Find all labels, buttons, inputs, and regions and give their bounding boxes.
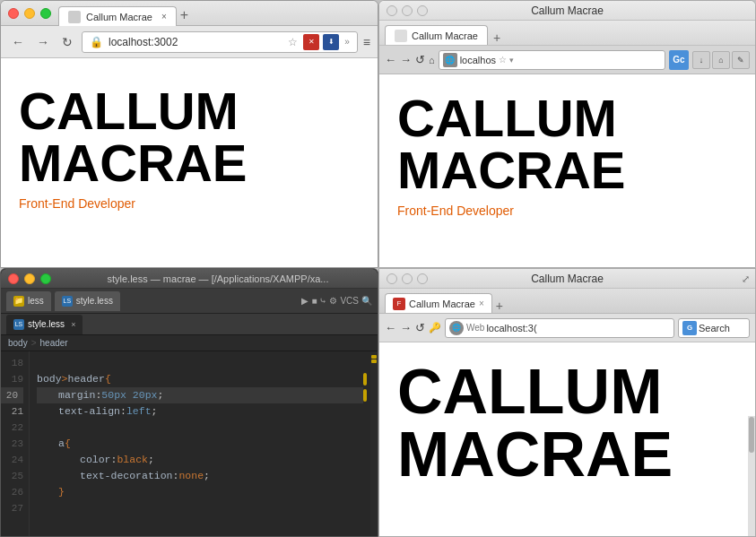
ff2-min[interactable] bbox=[402, 273, 413, 284]
line-numbers: 18 19 20 21 22 23 24 25 26 27 bbox=[1, 351, 30, 537]
ff-tool-2[interactable]: ⌂ bbox=[712, 51, 730, 69]
ff2-key-icon[interactable]: 🔑 bbox=[429, 322, 441, 333]
url-arrow: » bbox=[344, 37, 350, 47]
file-less-icon: LS bbox=[62, 296, 73, 307]
ff-min[interactable] bbox=[402, 5, 413, 16]
forward-button[interactable]: → bbox=[33, 33, 53, 51]
ff2-max-btn[interactable] bbox=[417, 273, 428, 284]
ff2-forward[interactable]: → bbox=[400, 321, 412, 334]
editor-tab-less-folder[interactable]: 📁 less bbox=[6, 291, 51, 311]
ff-home[interactable]: ⌂ bbox=[429, 55, 435, 65]
stop-button[interactable]: ■ bbox=[311, 296, 317, 306]
traffic-lights bbox=[8, 8, 51, 19]
site-name-line1: CALLUM bbox=[19, 82, 239, 140]
code-line-22 bbox=[37, 420, 363, 436]
chrome-omnibar: ← → ↻ 🔒 localhost:3002 ☆ ✕ ⬇ » ≡ bbox=[1, 26, 378, 58]
editor-toolbar-buttons: ▶ ■ ⤷ ⚙ VCS 🔍 bbox=[301, 296, 372, 306]
site-name-line2: MACRAE bbox=[19, 134, 248, 192]
breadcrumb-sep: > bbox=[31, 338, 37, 348]
firefox-tab-label: Callum Macrae bbox=[412, 30, 478, 41]
firefox-traffic-lights bbox=[387, 5, 428, 16]
code-line-23: a { bbox=[37, 436, 363, 452]
ff2-reload[interactable]: ↺ bbox=[415, 321, 425, 334]
editor-max[interactable] bbox=[40, 273, 51, 284]
code-line-20: margin : 50px 20px ; bbox=[37, 387, 363, 403]
ff2-search-icon: G bbox=[682, 321, 697, 335]
ff-forward[interactable]: → bbox=[400, 53, 412, 66]
site-name-ff-line2: MACRAE bbox=[397, 141, 626, 199]
step-over-button[interactable]: ⤷ bbox=[319, 296, 326, 306]
close-button[interactable] bbox=[8, 8, 19, 19]
active-tab-close[interactable]: × bbox=[71, 320, 75, 329]
editor-active-tab[interactable]: LS style.less × bbox=[6, 315, 83, 334]
ff2-scroll-thumb[interactable] bbox=[749, 417, 754, 453]
url-display: localhost:3002 bbox=[109, 36, 282, 48]
firefox-tab[interactable]: Callum Macrae bbox=[385, 25, 488, 45]
ff2-url: localhost:3( bbox=[486, 323, 536, 333]
active-file-icon: LS bbox=[13, 319, 24, 330]
ff2-nav-row: ← → ↺ 🔑 🌐 Web localhost:3( G Search bbox=[379, 314, 755, 342]
ff2-new-tab[interactable]: + bbox=[492, 299, 507, 313]
code-editor-content[interactable]: body > header { margin : 50px 20px ; tex… bbox=[30, 351, 370, 537]
editor-min[interactable] bbox=[24, 273, 35, 284]
tab-close-button[interactable]: × bbox=[161, 12, 167, 22]
search-files-button[interactable]: 🔍 bbox=[361, 296, 372, 306]
gutter-mark-1 bbox=[371, 355, 377, 359]
ff2-traffic-lights bbox=[387, 273, 428, 284]
location-icon: 🔒 bbox=[90, 36, 103, 48]
maximize-button[interactable] bbox=[40, 8, 51, 19]
ff-new-tab-button[interactable]: + bbox=[488, 30, 506, 45]
ff-location-bar[interactable]: 🌐 localhos ☆ ▾ bbox=[439, 50, 665, 70]
chrome-tab[interactable]: Callum Macrae × bbox=[58, 6, 177, 26]
google-icon-box: Gc bbox=[669, 50, 689, 70]
code-line-25: text-decoration : none ; bbox=[37, 468, 363, 484]
tab-favicon bbox=[68, 11, 81, 23]
bookmark-icon: ☆ bbox=[288, 36, 298, 48]
settings-button[interactable]: ⚙ bbox=[329, 296, 337, 306]
editor-tab-style-label: style.less bbox=[76, 296, 113, 306]
ff2-search-bar[interactable]: G Search bbox=[678, 318, 750, 338]
ff2-tab-close[interactable]: × bbox=[479, 299, 484, 308]
ff2-favicon: F bbox=[393, 298, 405, 310]
play-button[interactable]: ▶ bbox=[301, 296, 308, 306]
chrome-menu-button[interactable]: ≡ bbox=[363, 35, 370, 49]
editor-tab-less-label: less bbox=[28, 296, 44, 306]
editor-tab-style-less[interactable]: LS style.less bbox=[55, 291, 120, 311]
ff-tool-1[interactable]: ↓ bbox=[692, 51, 710, 69]
firefox-nav-row: ← → ↺ ⌂ 🌐 localhos ☆ ▾ Gc ↓ ⌂ ✎ bbox=[379, 46, 755, 74]
chrome-omnibox[interactable]: 🔒 localhost:3002 ☆ ✕ ⬇ » bbox=[82, 31, 358, 53]
code-editor: style.less — macrae — [/Applications/XAM… bbox=[0, 268, 378, 537]
ff2-tab[interactable]: F Callum Macrae × bbox=[385, 293, 492, 313]
ff2-site-name: CALLUM MACRAE bbox=[397, 360, 737, 486]
ff-max[interactable] bbox=[417, 5, 428, 16]
site-name-ff-line1: CALLUM bbox=[397, 89, 617, 147]
ext-icon-2: ⬇ bbox=[323, 34, 339, 50]
ff-back[interactable]: ← bbox=[385, 53, 396, 66]
ff2-resize-icon[interactable]: ⤢ bbox=[742, 273, 750, 284]
editor-breadcrumb: body > header bbox=[1, 335, 378, 351]
firefox-title-text: Callum Macrae bbox=[387, 4, 748, 17]
site-subtitle-ff: Front-End Developer bbox=[397, 204, 737, 218]
new-tab-button[interactable]: + bbox=[177, 5, 192, 25]
ff2-close[interactable] bbox=[387, 273, 397, 284]
chrome-tab-bar: Callum Macrae × + bbox=[58, 1, 370, 25]
editor-close[interactable] bbox=[8, 273, 19, 284]
firefox-title-bar: Callum Macrae bbox=[379, 1, 755, 21]
ff2-back[interactable]: ← bbox=[385, 321, 396, 334]
chrome-title-bar: Callum Macrae × + bbox=[1, 1, 378, 26]
ff2-location-bar[interactable]: 🌐 Web localhost:3( bbox=[445, 318, 674, 338]
ff-reload[interactable]: ↺ bbox=[415, 53, 425, 66]
url-arrow-ff: ▾ bbox=[509, 56, 514, 65]
back-button[interactable]: ← bbox=[8, 33, 28, 51]
ff-tool-3[interactable]: ✎ bbox=[732, 51, 750, 69]
minimize-button[interactable] bbox=[24, 8, 35, 19]
ff-close[interactable] bbox=[387, 5, 397, 16]
ff2-scrollbar[interactable] bbox=[748, 416, 755, 536]
ff2-name-line2: MACRAE bbox=[397, 420, 673, 489]
reload-button[interactable]: ↻ bbox=[58, 33, 76, 51]
vcs-button[interactable]: VCS bbox=[340, 296, 359, 306]
chrome-content: CALLUM MACRAE Front-End Developer bbox=[1, 58, 378, 267]
tab-favicon-ff bbox=[395, 30, 407, 42]
site-name: CALLUM MACRAE bbox=[19, 85, 360, 189]
gutter-mark-19 bbox=[363, 373, 367, 385]
